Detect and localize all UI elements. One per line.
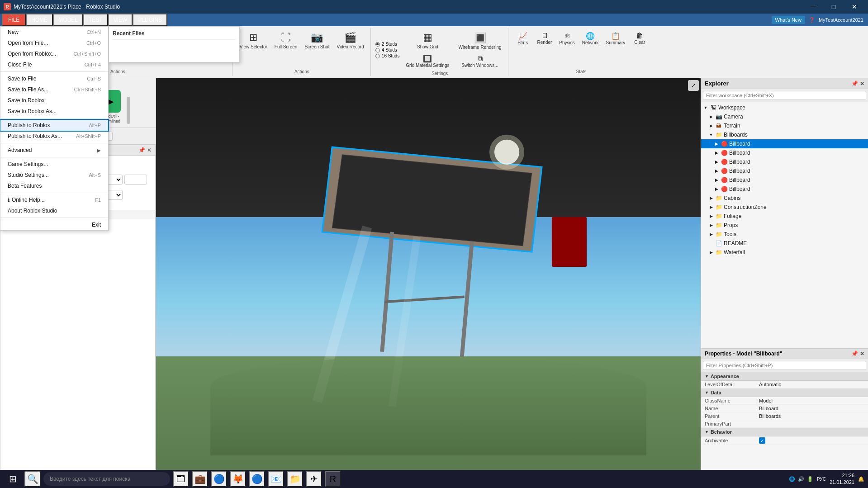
tree-item-camera[interactable]: ▶ 📷 Camera [701, 112, 868, 121]
menu-file[interactable]: FILE [2, 14, 26, 26]
screen-shot-button[interactable]: 📷 Screen Shot [302, 30, 332, 52]
tree-item-readme[interactable]: ▶ 📄 README [701, 239, 868, 248]
tree-item-billboard-5[interactable]: ▶ 🔴 Billboard [701, 175, 868, 185]
panel-close-button[interactable]: ✕ [147, 147, 152, 153]
billboard4-expand-arrow[interactable]: ▶ [714, 168, 719, 174]
stats-button[interactable]: 📈 Stats [513, 30, 533, 47]
menu-open-from-file[interactable]: Open from File... Ctrl+O [0, 38, 108, 48]
tree-item-props[interactable]: ▶ 📁 Props [701, 221, 868, 230]
billboard6-expand-arrow[interactable]: ▶ [714, 186, 719, 192]
menu-about[interactable]: About Roblox Studio [0, 205, 108, 216]
plugin-scrollbar[interactable] [127, 97, 130, 124]
tree-item-billboards[interactable]: ▼ 📁 Billboards [701, 130, 868, 139]
tree-item-billboard-6[interactable]: ▶ 🔴 Billboard [701, 185, 868, 194]
billboard1-expand-arrow[interactable]: ▶ [714, 141, 719, 147]
explorer-pin-button[interactable]: 📌 [851, 81, 858, 87]
menu-publish-to-roblox-as[interactable]: Publish to Roblox As... Alt+Shift+P [0, 131, 108, 142]
tree-item-workspace[interactable]: ▼ 🏗 Workspace [701, 103, 868, 112]
explorer-close-button[interactable]: ✕ [860, 81, 864, 87]
wireframe-rendering-button[interactable]: 🔳 Wireframe Rendering [456, 30, 504, 52]
properties-pin-button[interactable]: 📌 [851, 351, 858, 357]
menu-plugins[interactable]: PLUGINS [133, 14, 167, 26]
menu-advanced[interactable]: Advanced ▶ [0, 145, 108, 156]
tree-item-constructionzone[interactable]: ▶ 📁 ConstructionZone [701, 203, 868, 212]
camera-expand-arrow[interactable]: ▶ [708, 114, 714, 119]
menu-save-to-roblox-as[interactable]: Save to Roblox As... [0, 106, 108, 117]
taskbar-mail-icon[interactable]: 📧 [268, 471, 284, 487]
foliage-expand-arrow[interactable]: ▶ [708, 213, 714, 219]
tree-item-cabins[interactable]: ▶ 📁 Cabins [701, 194, 868, 203]
studs-16-radio[interactable] [375, 54, 380, 58]
menu-exit[interactable]: Exit [0, 219, 108, 230]
vp-expand-button[interactable]: ⤢ [688, 80, 699, 91]
grid-material-button[interactable]: 🔲 Grid Material Settings [403, 52, 452, 70]
menu-close-file[interactable]: Close File Ctrl+F4 [0, 59, 108, 70]
billboards-expand-arrow[interactable]: ▼ [708, 132, 714, 137]
taskbar-firefox-icon[interactable]: 🦊 [230, 471, 246, 487]
waterfall-expand-arrow[interactable]: ▶ [708, 250, 714, 255]
viewport[interactable]: ⤢ [156, 78, 701, 475]
menu-new[interactable]: New Ctrl+N [0, 27, 108, 38]
menu-model[interactable]: MODEL [53, 14, 83, 26]
render-button[interactable]: 🖥 Render [535, 30, 555, 47]
tree-item-billboard-3[interactable]: ▶ 🔴 Billboard [701, 157, 868, 166]
studs-4-radio[interactable] [375, 48, 380, 52]
tree-item-billboard-1[interactable]: ▶ 🔴 Billboard [701, 139, 868, 148]
tree-item-billboard-4[interactable]: ▶ 🔴 Billboard [701, 166, 868, 175]
tree-item-billboard-2[interactable]: ▶ 🔴 Billboard [701, 148, 868, 157]
studs-4-row[interactable]: 4 Studs [375, 47, 399, 52]
panel-pin-button[interactable]: 📌 [138, 147, 145, 153]
explorer-filter-input[interactable] [703, 91, 866, 100]
show-grid-button[interactable]: ▦ Show Grid [403, 30, 452, 52]
cabins-expand-arrow[interactable]: ▶ [708, 195, 714, 201]
full-screen-button[interactable]: ⛶ Full Screen [272, 30, 300, 52]
menu-view[interactable]: VIEW [108, 14, 133, 26]
prop-section-appearance[interactable]: ▼ Appearance [701, 372, 868, 381]
studs-2-radio[interactable] [375, 42, 380, 47]
taskbar-files-icon[interactable]: 📁 [287, 471, 303, 487]
workspace-expand-arrow[interactable]: ▼ [703, 105, 708, 110]
menu-studio-settings[interactable]: Studio Settings... Alt+S [0, 170, 108, 180]
tools-expand-arrow[interactable]: ▶ [708, 232, 714, 237]
maximize-button[interactable]: □ [824, 0, 844, 14]
taskbar-skype-icon[interactable]: 💼 [192, 471, 208, 487]
notification-icon[interactable]: 🔔 [858, 476, 864, 482]
switch-windows-button[interactable]: ⧉ Switch Windows... [456, 53, 504, 70]
close-button[interactable]: ✕ [844, 0, 864, 14]
menu-save-to-file-as[interactable]: Save to File As... Ctrl+Shift+S [0, 84, 108, 95]
menu-game-settings[interactable]: Game Settings... [0, 159, 108, 170]
properties-filter-input[interactable] [703, 361, 866, 370]
terrain-expand-arrow[interactable]: ▶ [708, 123, 714, 128]
physics-button[interactable]: ⚛ Physics [556, 30, 577, 47]
props-expand-arrow[interactable]: ▶ [708, 223, 714, 228]
prop-section-behavior[interactable]: ▼ Behavior [701, 428, 868, 436]
archivable-checkbox[interactable]: ✓ [759, 437, 765, 444]
minimize-button[interactable]: ─ [803, 0, 823, 14]
taskbar-search-button[interactable]: 🔍 [24, 471, 41, 487]
summary-button[interactable]: 📋 Summary [603, 30, 628, 47]
whats-new-button[interactable]: What's New [772, 16, 805, 24]
prop-section-data[interactable]: ▼ Data [701, 389, 868, 397]
billboard5-expand-arrow[interactable]: ▶ [714, 177, 719, 183]
menu-open-from-roblox[interactable]: Open from Roblox... Ctrl+Shift+O [0, 48, 108, 59]
menu-test[interactable]: TEST [83, 14, 108, 26]
menu-publish-to-roblox[interactable]: Publish to Roblox Alt+P [0, 120, 108, 131]
tree-item-foliage[interactable]: ▶ 📁 Foliage [701, 212, 868, 221]
studs-16-row[interactable]: 16 Studs [375, 53, 399, 58]
studs-2-row[interactable]: 2 Studs [375, 42, 399, 47]
constructionzone-expand-arrow[interactable]: ▶ [708, 204, 714, 210]
billboard2-expand-arrow[interactable]: ▶ [714, 150, 719, 156]
menu-home[interactable]: HOME [26, 14, 53, 26]
menu-save-to-roblox[interactable]: Save to Roblox [0, 95, 108, 106]
start-button[interactable]: ⊞ [4, 470, 22, 488]
menu-beta-features[interactable]: Beta Features [0, 180, 108, 191]
tree-item-terrain[interactable]: ▶ 🏔 Terrain [701, 121, 868, 130]
taskbar-task-view-button[interactable]: 🗔 [173, 471, 189, 487]
properties-close-button[interactable]: ✕ [860, 351, 864, 357]
taskbar-opera-icon[interactable]: 🔵 [211, 471, 227, 487]
menu-save-to-file[interactable]: Save to File Ctrl+S [0, 73, 108, 84]
network-button[interactable]: 🌐 Network [579, 30, 602, 47]
taskbar-search-input[interactable] [43, 472, 170, 486]
tree-item-tools[interactable]: ▶ 📁 Tools [701, 230, 868, 239]
help-icon[interactable]: ❓ [809, 17, 815, 23]
